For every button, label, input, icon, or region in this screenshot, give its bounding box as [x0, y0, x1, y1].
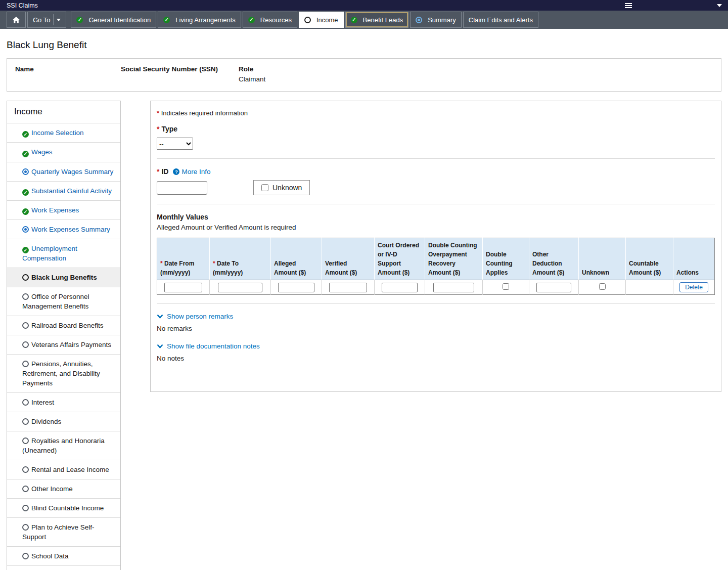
- income-sidebar: Income ✓Income Selection✓WagesQuarterly …: [7, 101, 121, 570]
- not-started-icon: [22, 341, 29, 348]
- home-button[interactable]: [7, 12, 26, 28]
- sidebar-item-rental-and-lease-income[interactable]: Rental and Lease Income: [7, 460, 120, 479]
- alleged-amount-input[interactable]: [278, 283, 314, 292]
- monthly-values-section: Monthly Values Alleged Amount or Verifie…: [157, 213, 715, 295]
- required-asterisk: *: [157, 109, 159, 117]
- col-header-alleged-amount: Alleged Amount ($): [271, 238, 322, 280]
- double-counting-overpayment-recovery-amount-input[interactable]: [433, 283, 475, 292]
- cell-verified-amount: [322, 280, 375, 295]
- sidebar-item-work-expenses-summary[interactable]: Work Expenses Summary: [7, 220, 120, 239]
- date-from-mm-yyyy-input[interactable]: [164, 283, 202, 292]
- tab-label: Income: [316, 16, 338, 24]
- file-notes-toggle[interactable]: Show file documentation notes: [157, 342, 715, 350]
- id-unknown-box[interactable]: Unknown: [253, 180, 310, 195]
- sidebar-item-label: Income Selection: [31, 129, 84, 137]
- sidebar-item-school-data[interactable]: School Data: [7, 546, 120, 565]
- sidebar-item-label: Pensions, Annuities, Retirement, and Dis…: [22, 360, 100, 387]
- double-counting-applies-checkbox[interactable]: [503, 283, 509, 290]
- verified-amount-input[interactable]: [329, 283, 367, 292]
- sidebar-item-blind-countable-income[interactable]: Blind Countable Income: [7, 498, 120, 517]
- in-progress-icon: [416, 17, 422, 23]
- sidebar-item-label: Unemployment Compensation: [22, 245, 77, 262]
- sidebar-item-interest[interactable]: Interest: [7, 392, 120, 412]
- tab-benefit-leads[interactable]: ✓Benefit Leads: [345, 12, 409, 28]
- sidebar-item-wages[interactable]: ✓Wages: [7, 142, 120, 161]
- tab-summary[interactable]: Summary: [410, 12, 462, 28]
- divider: [157, 204, 715, 204]
- required-note-text: Indicates required information: [161, 109, 248, 117]
- not-started-icon: [22, 322, 29, 329]
- role-value: Claimant: [239, 75, 265, 83]
- col-header-date-from-mm-yyyy: * Date From (mm/yyyy): [157, 238, 210, 280]
- other-deduction-amount-input[interactable]: [536, 283, 571, 292]
- page-title: Black Lung Benefit: [7, 39, 721, 51]
- person-remarks-toggle-label: Show person remarks: [167, 313, 233, 320]
- required-note: * Indicates required information: [157, 109, 715, 117]
- tab-income[interactable]: Income: [299, 12, 344, 28]
- required-asterisk: *: [157, 125, 159, 133]
- menu-icon[interactable]: [625, 5, 632, 6]
- sidebar-item-pensions-annuities-retirement-and-disability-payments[interactable]: Pensions, Annuities, Retirement, and Dis…: [7, 354, 120, 392]
- type-label-text: Type: [161, 125, 177, 133]
- notes-empty-text: No notes: [157, 355, 715, 362]
- sidebar-item-dividends[interactable]: Dividends: [7, 412, 120, 431]
- sidebar-item-label: Rental and Lease Income: [31, 466, 109, 473]
- not-started-icon: [22, 437, 29, 444]
- not-started-icon: [22, 361, 29, 367]
- sidebar-item-plan-to-achieve-self-support[interactable]: Plan to Achieve Self-Support: [7, 517, 120, 546]
- complete-check-icon: ✓: [163, 17, 170, 23]
- row-delete-button[interactable]: Delete: [679, 282, 708, 292]
- sidebar-item-work-expenses[interactable]: ✓Work Expenses: [7, 200, 120, 220]
- id-label: * ID ? More Info: [157, 167, 715, 176]
- court-ordered-or-iv-d-support-amount-input[interactable]: [382, 283, 418, 292]
- sidebar-item-quarterly-wages-summary[interactable]: Quarterly Wages Summary: [7, 162, 120, 181]
- sidebar-item-office-of-child-support-enforcement-data[interactable]: Office of Child Support Enforcement Data: [7, 565, 120, 570]
- sidebar-item-black-lung-benefits[interactable]: Black Lung Benefits: [7, 268, 120, 287]
- sidebar-item-label: Work Expenses Summary: [31, 226, 110, 233]
- tab-living-arrangements[interactable]: ✓Living Arrangements: [158, 12, 241, 28]
- tab-resources[interactable]: ✓Resources: [243, 12, 297, 28]
- sidebar-item-label: Railroad Board Benefits: [31, 322, 104, 329]
- caret-down-icon[interactable]: [717, 4, 722, 7]
- sidebar-item-veterans-affairs-payments[interactable]: Veterans Affairs Payments: [7, 335, 120, 354]
- complete-check-icon: ✓: [22, 247, 29, 253]
- col-header-other-deduction-amount: Other Deduction Amount ($): [529, 238, 579, 280]
- sidebar-item-unemployment-compensation[interactable]: ✓Unemployment Compensation: [7, 239, 120, 268]
- tab-claim-edits-and-alerts[interactable]: Claim Edits and Alerts: [463, 12, 538, 28]
- sidebar-item-substantial-gainful-activity[interactable]: ✓Substantial Gainful Activity: [7, 181, 120, 200]
- goto-dropdown[interactable]: Go To: [27, 12, 66, 28]
- tab-label: General Identification: [88, 16, 151, 24]
- more-info-link[interactable]: More Info: [181, 168, 210, 176]
- required-asterisk: *: [160, 260, 163, 267]
- monthly-values-title: Monthly Values: [157, 213, 715, 221]
- nav-tabs: ✓General Identification✓Living Arrangeme…: [71, 12, 538, 28]
- tab-general-identification[interactable]: ✓General Identification: [71, 12, 156, 28]
- info-icon[interactable]: ?: [173, 168, 179, 175]
- complete-check-icon: ✓: [248, 17, 255, 23]
- cell-actions: Delete: [673, 280, 715, 295]
- person-remarks-toggle[interactable]: Show person remarks: [157, 313, 715, 320]
- id-label-text: ID: [161, 167, 168, 176]
- sidebar-item-other-income[interactable]: Other Income: [7, 479, 120, 498]
- unknown-checkbox[interactable]: [599, 283, 606, 290]
- sidebar-item-income-selection[interactable]: ✓Income Selection: [7, 123, 120, 142]
- sidebar-item-label: Plan to Achieve Self-Support: [22, 523, 95, 541]
- sidebar-item-royalties-and-honoraria-unearned[interactable]: Royalties and Honoraria (Unearned): [7, 431, 120, 460]
- goto-caret-icon: [57, 19, 61, 21]
- goto-divider: [53, 14, 54, 25]
- sidebar-item-railroad-board-benefits[interactable]: Railroad Board Benefits: [7, 316, 120, 335]
- sidebar-item-label: Dividends: [31, 418, 61, 425]
- complete-check-icon: ✓: [22, 208, 29, 215]
- sidebar-item-office-of-personnel-management-benefits[interactable]: Office of Personnel Management Benefits: [7, 287, 120, 316]
- form-panel: * Indicates required information * Type …: [150, 101, 721, 392]
- app-title: SSI Claims: [7, 2, 38, 9]
- col-header-unknown: Unknown: [579, 238, 626, 280]
- sidebar-item-label: Blind Countable Income: [31, 504, 104, 512]
- date-to-mm-yyyy-input[interactable]: [218, 283, 262, 292]
- id-unknown-checkbox[interactable]: [261, 184, 268, 191]
- main-nav: Go To ✓General Identification✓Living Arr…: [0, 11, 728, 29]
- sidebar-title: Income: [7, 101, 120, 123]
- col-header-verified-amount: Verified Amount ($): [322, 238, 375, 280]
- id-input[interactable]: [157, 181, 207, 195]
- type-select[interactable]: --: [157, 138, 193, 150]
